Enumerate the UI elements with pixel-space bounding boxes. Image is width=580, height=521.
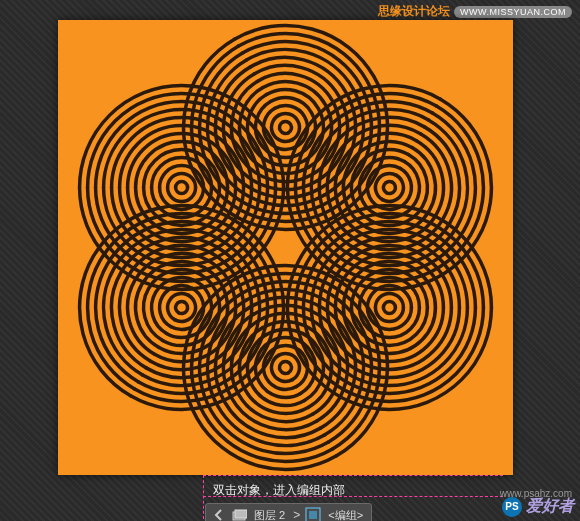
bottom-info: 双击对象，进入编组内部 图层 2 > <box>205 480 372 521</box>
spiral-flower-design <box>58 20 513 475</box>
selection-border <box>203 475 204 519</box>
bottom-watermark: PS 爱好者 <box>502 496 574 517</box>
app-root: 思缘设计论坛 WWW.MISSYUAN.COM 双击对象，进入编组内部 <box>0 0 580 521</box>
artboard[interactable] <box>58 20 513 475</box>
isolation-hint: 双击对象，进入编组内部 <box>205 480 372 503</box>
arrow-left-icon[interactable] <box>210 506 228 521</box>
top-watermark: 思缘设计论坛 WWW.MISSYUAN.COM <box>378 3 572 20</box>
watermark-url-pill: WWW.MISSYUAN.COM <box>454 6 572 18</box>
layers-icon[interactable] <box>230 506 248 521</box>
ps-badge-icon: PS <box>502 497 522 517</box>
layer-name[interactable]: 图层 2 <box>250 508 289 522</box>
svg-rect-3 <box>309 511 317 519</box>
chevron-right-icon: > <box>293 508 300 521</box>
group-label[interactable]: <编组> <box>324 508 367 522</box>
watermark-text: 爱好者 <box>526 496 574 517</box>
watermark-text-cn: 思缘设计论坛 <box>378 3 450 20</box>
svg-rect-1 <box>235 510 247 518</box>
group-icon[interactable] <box>304 506 322 521</box>
selection-border <box>203 475 503 476</box>
breadcrumb-bar: 图层 2 > <编组> <box>205 503 372 521</box>
